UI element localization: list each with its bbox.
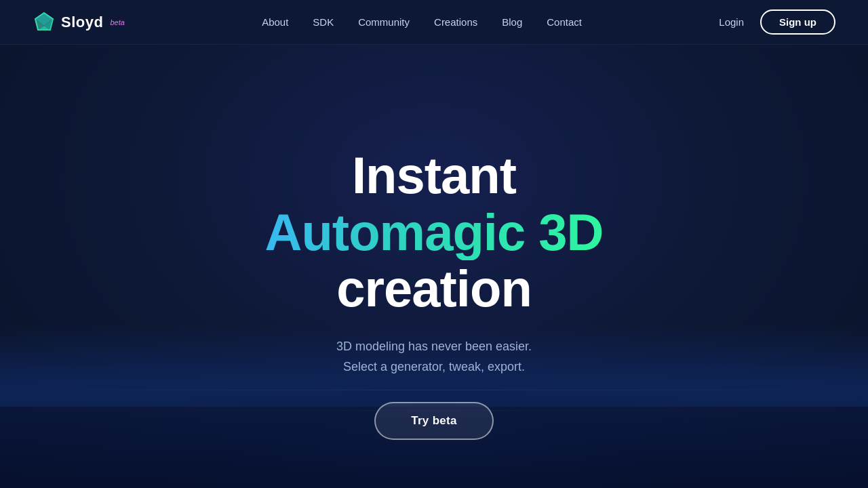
hero-subtitle-line1: 3D modeling has never been easier.	[336, 340, 532, 353]
signup-button[interactable]: Sign up	[760, 9, 835, 35]
logo[interactable]: Sloyd beta	[33, 11, 125, 34]
nav-blog[interactable]: Blog	[502, 16, 522, 28]
hero-title-line1: Instant	[352, 147, 516, 204]
hero-subtitle: 3D modeling has never been easier. Selec…	[336, 336, 532, 378]
hero-title-line3: creation	[336, 260, 532, 317]
login-link[interactable]: Login	[719, 16, 744, 28]
nav-links: About SDK Community Creations Blog Conta…	[262, 16, 582, 28]
try-beta-button[interactable]: Try beta	[374, 402, 494, 440]
nav-about[interactable]: About	[262, 16, 288, 28]
nav-auth: Login Sign up	[719, 9, 835, 35]
beta-badge: beta	[110, 18, 124, 26]
hero-content: Instant Automagic 3D creation 3D modelin…	[265, 147, 604, 440]
nav-contact[interactable]: Contact	[547, 16, 582, 28]
hero-section: Instant Automagic 3D creation 3D modelin…	[0, 45, 868, 488]
nav-creations[interactable]: Creations	[434, 16, 477, 28]
navbar: Sloyd beta About SDK Community Creations…	[0, 0, 868, 45]
hero-subtitle-line2: Select a generator, tweak, export.	[343, 360, 525, 373]
brand-name: Sloyd	[61, 14, 103, 31]
hero-title-line2: Automagic 3D	[265, 204, 604, 261]
nav-community[interactable]: Community	[358, 16, 410, 28]
nav-sdk[interactable]: SDK	[313, 16, 334, 28]
logo-icon	[33, 11, 56, 34]
